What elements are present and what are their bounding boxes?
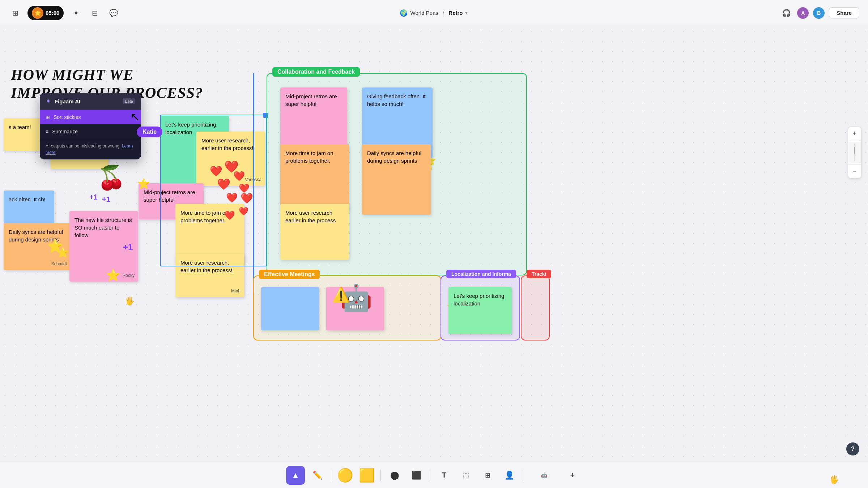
sticky-daily-syncs-left[interactable]: Daily syncs are helpful during design sp… — [4, 223, 71, 270]
breadcrumb-separator: / — [443, 10, 444, 16]
dropdown-chevron-icon: ▼ — [464, 10, 469, 16]
toolbar-separator-4 — [523, 470, 523, 481]
add-tool-button[interactable]: + — [563, 466, 582, 485]
beta-badge: Beta — [123, 98, 135, 104]
sticky-feedback-partial[interactable]: ack often. It ch! — [4, 191, 54, 223]
topbar-center: 🌍 World Peas / Retro ▼ — [400, 9, 469, 17]
vertical-divider — [253, 73, 254, 294]
bottombar: ▲ ✏️ 🟡 🟨 ⬤ ⬛ T ⬚ ⊞ 👤 🤖 + 🖐 — [0, 462, 868, 488]
figjam-ai-dropdown: ✦ FigJam AI Beta ⊞ Sort stickies ≡ Summa… — [40, 93, 141, 159]
collaboration-panel-title: Collaboration and Feedback — [272, 67, 360, 77]
collaboration-panel: Collaboration and Feedback Mid-project r… — [267, 73, 527, 275]
user-avatar-1: 🌟 — [32, 7, 43, 19]
selection-box — [160, 115, 267, 266]
layout-button[interactable]: ⊟ — [88, 7, 101, 20]
topbar-left: ⊞ 🌟 05:00 ✦ ⊟ 💬 — [9, 6, 120, 20]
ai-star-icon: ✦ — [46, 97, 51, 105]
topbar-right: 🎧 A B Share — [780, 7, 859, 20]
summarize-item[interactable]: ≡ Summarize — [40, 124, 141, 139]
sticky-note-button[interactable]: 🟡 — [336, 466, 354, 485]
timer-display: 05:00 — [46, 10, 59, 16]
frame-tool-button[interactable]: ⬚ — [456, 466, 475, 485]
pencil-tool-button[interactable]: ✏️ — [308, 466, 327, 485]
headphones-button[interactable]: 🎧 — [780, 7, 793, 20]
sort-stickies-item[interactable]: ⊞ Sort stickies — [40, 110, 141, 124]
warning-sign: ⚠️ — [332, 286, 350, 303]
effective-meetings-label: Effective Meetings — [259, 270, 320, 279]
sticky-note-2-button[interactable]: 🟨 — [357, 466, 376, 485]
plus-badge-1: +1 — [89, 193, 98, 201]
select-tool-button[interactable]: ▲ — [286, 466, 305, 485]
zoom-out-button[interactable]: − — [848, 165, 861, 178]
katie-badge: Katie — [137, 127, 162, 137]
toolbar-separator-1 — [331, 470, 331, 481]
localization-panel: Localization and Informa Let's keep prio… — [441, 275, 520, 341]
localization-label: Localization and Informa — [446, 270, 516, 278]
rect-tool-button[interactable]: ⬛ — [407, 466, 426, 485]
toolbar-separator-3 — [430, 470, 430, 481]
ai-sparkle-button[interactable]: ✦ — [69, 7, 82, 20]
effective-sticky-1[interactable] — [261, 287, 319, 330]
zoom-in-button[interactable]: + — [848, 127, 861, 140]
summarize-icon: ≡ — [46, 129, 48, 134]
collab-sticky-3[interactable]: More time to jam on problems together. — [280, 144, 349, 211]
collab-sticky-4[interactable]: Daily syncs are helpful during design sp… — [362, 144, 431, 215]
text-tool-button[interactable]: T — [435, 466, 454, 485]
collab-sticky-5[interactable]: More user research earlier in the proces… — [280, 204, 349, 260]
share-button[interactable]: Share — [829, 7, 859, 18]
plus-badge-3: +1 — [123, 242, 133, 252]
breadcrumb-project[interactable]: World Peas — [410, 10, 438, 16]
figjam-header: ✦ FigJam AI Beta — [40, 93, 141, 110]
ai-tool-button[interactable]: 🤖 — [528, 466, 560, 485]
plus-badge-2: +1 — [102, 195, 110, 204]
help-button[interactable]: ? — [846, 442, 859, 455]
avatar-tool-button[interactable]: 👤 — [500, 466, 519, 485]
sort-icon: ⊞ — [46, 114, 50, 120]
circle-tool-button[interactable]: ⬤ — [385, 466, 404, 485]
hand-tool-indicator: 🖐 — [829, 475, 839, 484]
timer-badge: 🌟 05:00 — [27, 6, 64, 20]
localization-sticky-1[interactable]: Let's keep prioritizing localization — [448, 287, 512, 334]
zoom-controls[interactable]: + − — [848, 127, 861, 179]
effective-meetings-panel: Effective Meetings — [253, 275, 441, 341]
zoom-divider-2 — [848, 164, 861, 164]
toolbar-separator-2 — [380, 470, 381, 481]
menu-button[interactable]: ⊞ — [9, 7, 22, 20]
user-avatar-2: A — [797, 7, 809, 19]
zoom-divider — [848, 141, 861, 141]
figjam-title: FigJam AI — [55, 98, 119, 104]
user-avatar-3: B — [813, 7, 825, 19]
scroll-bar-area — [848, 142, 861, 163]
comment-button[interactable]: 💬 — [107, 7, 120, 20]
hand-cursor: 🖐 — [125, 296, 135, 306]
canvas: HOW MIGHT WE IMPROVE OUR PROCESS? ≡ ⊞ ✦ … — [0, 26, 868, 462]
breadcrumb-current-page[interactable]: Retro ▼ — [448, 10, 468, 16]
table-tool-button[interactable]: ⊞ — [478, 466, 497, 485]
figjam-warning: AI outputs can be misleading or wrong. L… — [40, 139, 141, 159]
topbar: ⊞ 🌟 05:00 ✦ ⊟ 💬 🌍 World Peas / Retro ▼ 🎧… — [0, 0, 868, 26]
cursor-pointer: ↖ — [130, 110, 140, 124]
tracking-label: Tracki — [527, 270, 551, 278]
tracking-panel: Tracki — [521, 275, 550, 341]
